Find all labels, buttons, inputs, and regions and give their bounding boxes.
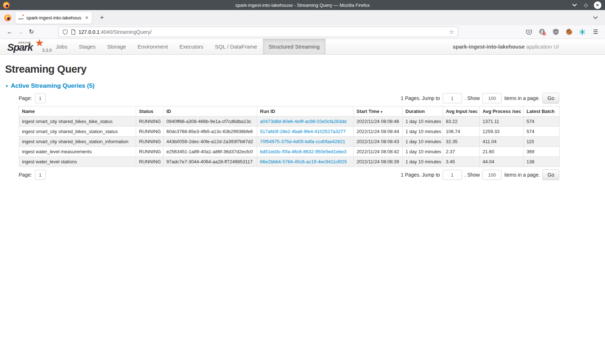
reload-button[interactable]: ↻: [26, 27, 37, 37]
active-queries-section-title: Active Streaming Queries (5): [11, 82, 94, 90]
col-header-start-time[interactable]: Start Time▾: [354, 106, 403, 117]
close-icon: ×: [594, 1, 601, 9]
bookmark-star-icon[interactable]: ☆: [449, 29, 454, 35]
active-queries-section-toggle[interactable]: ▼ Active Streaming Queries (5): [5, 82, 600, 90]
tab-title: spark-ingest-into-lakehous: [26, 15, 82, 21]
table-row: ingest smart_city shared_bikes_station_s…: [19, 127, 560, 137]
table-row: ingest water_level stations RUNNING 97ad…: [19, 157, 560, 167]
latest-batch-cell: 115: [524, 137, 560, 147]
col-header-id[interactable]: ID: [163, 106, 257, 117]
avg-input-cell: 32.35: [443, 137, 480, 147]
page-number-input[interactable]: [35, 93, 46, 103]
back-button[interactable]: ←: [4, 27, 15, 37]
application-name: spark-ingest-into-lakehouse: [453, 44, 525, 50]
latest-batch-cell: 574: [524, 117, 560, 127]
page-info-icon: [71, 29, 76, 35]
page-title: Streaming Query: [5, 63, 600, 75]
pages-count-text: 1 Pages. Jump to: [401, 95, 440, 101]
new-tab-button[interactable]: +: [97, 13, 107, 23]
duration-cell: 1 day 10 minutes: [403, 117, 443, 127]
url-bar[interactable]: 127.0.0.1:4040/StreamingQuery/ ☆: [58, 27, 458, 37]
streaming-queries-table: Name Status ID Run ID Start Time▾ Durati…: [19, 106, 560, 167]
nav-tab-stages[interactable]: Stages: [73, 39, 102, 54]
query-name-cell: ingest smart_city shared_bikes_bike_stat…: [19, 117, 136, 127]
status-cell: RUNNING: [136, 157, 163, 167]
page-content: Streaming Query ▼ Active Streaming Queri…: [0, 63, 605, 183]
col-header-name[interactable]: Name: [19, 106, 136, 117]
id-cell: 60dc3768-85e3-4fb5-a13c-63b29938bfe6: [163, 127, 257, 137]
run-id-link[interactable]: 70f54975-375d-4d05-bdfa-ccd0fae42821: [260, 139, 345, 144]
col-header-run-id[interactable]: Run ID: [257, 106, 354, 117]
duration-cell: 1 day 10 minutes: [403, 127, 443, 137]
url-host: 127.0.0.1: [79, 29, 99, 35]
show-items-input[interactable]: [482, 170, 502, 180]
page-number-input[interactable]: [35, 170, 46, 180]
avg-process-cell: 21.60: [480, 147, 524, 157]
spark-logo-wordmark: Spark: [7, 42, 32, 53]
col-header-avg-process[interactable]: Avg Process /sec: [480, 106, 524, 117]
items-text: items in a page.: [504, 95, 540, 101]
col-header-duration[interactable]: Duration: [403, 106, 443, 117]
pocket-icon[interactable]: [524, 27, 534, 37]
page-label: Page:: [19, 172, 32, 178]
browser-tab-active[interactable]: Spark ★ spark-ingest-into-lakehous ×: [15, 12, 92, 24]
table-row: ingest water_level measurements RUNNING …: [19, 147, 560, 157]
tab-strip: Spark ★ spark-ingest-into-lakehous × +: [0, 10, 605, 25]
browser-toolbar: ← → ↻ 127.0.0.1:4040/StreamingQuery/ ☆: [0, 25, 605, 39]
run-id-link[interactable]: 517afd3f-28e2-4ba8-9fe4-4102527a3277: [260, 129, 346, 134]
nav-tab-environment[interactable]: Environment: [132, 39, 174, 54]
col-header-latest-batch[interactable]: Latest Batch: [524, 106, 560, 117]
col-header-avg-input[interactable]: Avg Input /sec: [443, 106, 480, 117]
status-cell: RUNNING: [136, 117, 163, 127]
shield-icon: [62, 29, 68, 35]
cookie-extension-icon[interactable]: [564, 27, 574, 37]
window-minimize-button[interactable]: [570, 1, 578, 9]
forward-button[interactable]: →: [15, 27, 26, 37]
items-text: items in a page.: [504, 172, 540, 178]
nav-tab-storage[interactable]: Storage: [101, 39, 132, 54]
latest-batch-cell: 138: [524, 157, 560, 167]
tab-close-icon[interactable]: ×: [85, 15, 89, 21]
tabs-list-chevron-icon[interactable]: [591, 13, 600, 22]
spark-logo[interactable]: APACHE Spark ★ 3.3.0: [5, 39, 50, 54]
menu-icon[interactable]: ☰: [591, 27, 601, 37]
run-id-link[interactable]: 66e2bbb4-5784-45c6-ac19-4ec9411c6f25: [260, 159, 347, 164]
col-header-status[interactable]: Status: [136, 106, 163, 117]
nav-tab-structured-streaming[interactable]: Structured Streaming: [263, 39, 326, 54]
run-id-link[interactable]: bd51ed3c-f0fa-46c6-8632-950e5ed1ebe3: [260, 149, 346, 154]
chevron-down-icon: [572, 2, 577, 6]
ublock-origin-icon[interactable]: uO: [551, 27, 561, 37]
nav-tab-sql-dataframe[interactable]: SQL / DataFrame: [209, 39, 263, 54]
id-cell: 0940ff66-a308-466b-9e1a-cf7cd6dba13c: [163, 117, 257, 127]
jump-to-input[interactable]: [443, 93, 462, 103]
start-time-cell: 2022/11/24 08:08:39: [354, 157, 403, 167]
table-row: ingest smart_city shared_bikes_station_i…: [19, 137, 560, 147]
window-maximize-button[interactable]: ◇: [582, 1, 590, 9]
query-name-cell: ingest water_level stations: [19, 157, 136, 167]
run-id-link[interactable]: a0473d8d-80e6-4e9f-ac98-02e0cfa283dd: [260, 119, 346, 124]
pager-top: Page: 1 Pages. Jump to . Show items in a…: [19, 90, 559, 106]
page-label: Page:: [19, 95, 32, 101]
nav-tab-jobs[interactable]: Jobs: [50, 39, 73, 54]
latest-batch-cell: 369: [524, 147, 560, 157]
sparkle-extension-icon[interactable]: [577, 27, 587, 37]
spark-logo-star-icon: ★: [35, 37, 44, 49]
jump-to-input[interactable]: [443, 170, 462, 180]
start-time-cell: 2022/11/24 08:08:44: [354, 127, 403, 137]
sort-descending-icon: ▾: [381, 110, 382, 114]
nav-tab-executors[interactable]: Executors: [174, 39, 209, 54]
go-button[interactable]: Go: [542, 169, 559, 180]
go-button[interactable]: Go: [542, 93, 559, 104]
window-close-button[interactable]: ×: [593, 1, 601, 9]
firefox-icon: [4, 14, 11, 21]
show-text: . Show: [465, 95, 480, 101]
account-extension-icon[interactable]: [537, 27, 547, 37]
avg-input-cell: 83.22: [443, 117, 480, 127]
status-cell: RUNNING: [136, 137, 163, 147]
show-items-input[interactable]: [482, 93, 502, 103]
duration-cell: 1 day 10 minutes: [403, 147, 443, 157]
pages-count-text: 1 Pages. Jump to: [401, 172, 440, 178]
avg-input-cell: 2.37: [443, 147, 480, 157]
query-name-cell: ingest water_level measurements: [19, 147, 136, 157]
status-cell: RUNNING: [136, 147, 163, 157]
